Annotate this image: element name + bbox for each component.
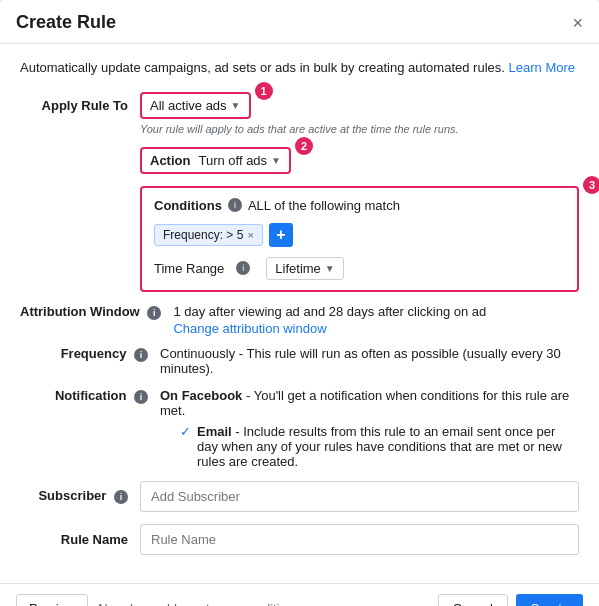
notification-label: Notification i bbox=[20, 388, 160, 404]
action-select[interactable]: Turn off ads ▼ bbox=[198, 153, 281, 168]
rule-name-input[interactable] bbox=[140, 524, 579, 555]
apply-rule-arrow-icon: ▼ bbox=[231, 100, 241, 111]
subscriber-info-icon[interactable]: i bbox=[114, 490, 128, 504]
email-checkmark-icon: ✓ bbox=[180, 424, 191, 439]
create-button[interactable]: Create bbox=[516, 594, 583, 607]
apply-rule-row: Apply Rule To All active ads ▼ 1 Your ru… bbox=[20, 92, 579, 135]
frequency-tag: Frequency: > 5 × bbox=[154, 224, 263, 246]
frequency-tag-remove[interactable]: × bbox=[247, 229, 253, 241]
notification-value: On Facebook - You'll get a notification … bbox=[160, 388, 579, 418]
footer-note: No ads would meet your conditions. bbox=[98, 601, 304, 607]
apply-rule-note: Your rule will apply to ads that are act… bbox=[140, 123, 579, 135]
add-condition-button[interactable]: + bbox=[269, 223, 293, 247]
apply-rule-content: All active ads ▼ 1 Your rule will apply … bbox=[140, 92, 579, 135]
notification-on-facebook: On Facebook bbox=[160, 388, 242, 403]
email-row: ✓ Email - Include results from this rule… bbox=[180, 424, 579, 469]
conditions-label: Conditions bbox=[154, 198, 222, 213]
attribution-content: 1 day after viewing ad and 28 days after… bbox=[173, 304, 486, 336]
attribution-row: Attribution Window i 1 day after viewing… bbox=[20, 304, 579, 336]
time-range-value: Lifetime bbox=[275, 261, 321, 276]
apply-rule-select[interactable]: All active ads ▼ bbox=[150, 98, 241, 113]
rule-name-row: Rule Name bbox=[20, 524, 579, 555]
time-range-select[interactable]: Lifetime ▼ bbox=[266, 257, 343, 280]
notification-content: On Facebook - You'll get a notification … bbox=[160, 388, 579, 469]
close-button[interactable]: × bbox=[572, 14, 583, 32]
conditions-match-text: ALL of the following match bbox=[248, 198, 400, 213]
time-range-info-icon[interactable]: i bbox=[236, 261, 250, 275]
footer-right: Cancel Create bbox=[438, 594, 584, 607]
modal-header: Create Rule × bbox=[0, 0, 599, 44]
action-value: Turn off ads bbox=[198, 153, 267, 168]
action-row: Action Turn off ads ▼ 2 bbox=[20, 147, 579, 174]
conditions-header: Conditions i ALL of the following match bbox=[154, 198, 565, 213]
preview-button[interactable]: Preview bbox=[16, 594, 88, 607]
intro-description: Automatically update campaigns, ad sets … bbox=[20, 60, 505, 75]
attribution-label: Attribution Window i bbox=[20, 304, 173, 320]
apply-rule-value: All active ads bbox=[150, 98, 227, 113]
step-2-badge: 2 bbox=[295, 137, 313, 155]
conditions-content: Conditions i ALL of the following match … bbox=[140, 186, 579, 292]
frequency-content: Continuously - This rule will run as oft… bbox=[160, 346, 579, 376]
time-range-row: Time Range i Lifetime ▼ bbox=[154, 257, 565, 280]
notification-row: Notification i On Facebook - You'll get … bbox=[20, 388, 579, 469]
attribution-label-text: Attribution Window bbox=[20, 304, 140, 319]
apply-rule-box: All active ads ▼ bbox=[140, 92, 251, 119]
email-content: Email - Include results from this rule t… bbox=[197, 424, 579, 469]
attribution-info-icon[interactable]: i bbox=[147, 306, 161, 320]
subscriber-label: Subscriber i bbox=[20, 488, 140, 504]
action-label-spacer bbox=[20, 147, 140, 153]
frequency-label-text: Frequency bbox=[61, 346, 127, 361]
cancel-button[interactable]: Cancel bbox=[438, 594, 508, 607]
create-rule-modal: Create Rule × Automatically update campa… bbox=[0, 0, 599, 606]
action-content: Action Turn off ads ▼ 2 bbox=[140, 147, 579, 174]
frequency-value: Continuously - This rule will run as oft… bbox=[160, 346, 561, 376]
time-range-arrow-icon: ▼ bbox=[325, 263, 335, 274]
notification-label-text: Notification bbox=[55, 388, 127, 403]
time-range-label: Time Range bbox=[154, 261, 224, 276]
apply-rule-label: Apply Rule To bbox=[20, 92, 140, 113]
modal-body: Automatically update campaigns, ad sets … bbox=[0, 44, 599, 583]
action-arrow-icon: ▼ bbox=[271, 155, 281, 166]
rule-name-label: Rule Name bbox=[20, 532, 140, 547]
notification-info-icon[interactable]: i bbox=[134, 390, 148, 404]
subscriber-input[interactable] bbox=[140, 481, 579, 512]
attribution-change-link[interactable]: Change attribution window bbox=[173, 321, 486, 336]
step-3-badge: 3 bbox=[583, 176, 599, 194]
conditions-box: Conditions i ALL of the following match … bbox=[140, 186, 579, 292]
subscriber-label-text: Subscriber bbox=[38, 488, 106, 503]
intro-text: Automatically update campaigns, ad sets … bbox=[20, 58, 579, 78]
modal-footer: Preview No ads would meet your condition… bbox=[0, 583, 599, 607]
learn-more-link[interactable]: Learn More bbox=[509, 60, 575, 75]
modal-title: Create Rule bbox=[16, 12, 116, 33]
action-box: Action Turn off ads ▼ bbox=[140, 147, 291, 174]
conditions-row: Conditions i ALL of the following match … bbox=[20, 186, 579, 292]
action-label: Action bbox=[150, 153, 190, 168]
conditions-tags: Frequency: > 5 × + bbox=[154, 223, 565, 247]
conditions-label-spacer bbox=[20, 186, 140, 192]
attribution-value: 1 day after viewing ad and 28 days after… bbox=[173, 304, 486, 319]
subscriber-row: Subscriber i bbox=[20, 481, 579, 512]
email-label: Email bbox=[197, 424, 232, 439]
frequency-row: Frequency i Continuously - This rule wil… bbox=[20, 346, 579, 376]
step-1-badge: 1 bbox=[255, 82, 273, 100]
email-value: - Include results from this rule to an e… bbox=[197, 424, 562, 469]
conditions-info-icon[interactable]: i bbox=[228, 198, 242, 212]
footer-left: Preview No ads would meet your condition… bbox=[16, 594, 304, 607]
frequency-info-icon[interactable]: i bbox=[134, 348, 148, 362]
frequency-tag-label: Frequency: > 5 bbox=[163, 228, 243, 242]
frequency-label: Frequency i bbox=[20, 346, 160, 362]
